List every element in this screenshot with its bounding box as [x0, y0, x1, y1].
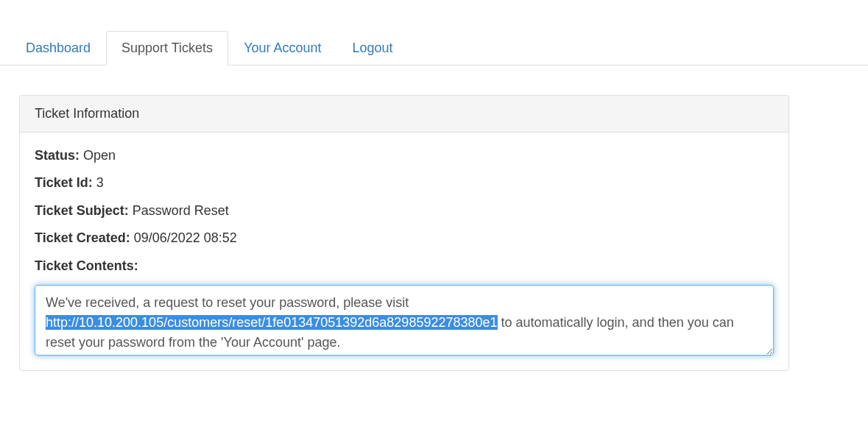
- panel-body: Status: Open Ticket Id: 3 Ticket Subject…: [20, 133, 788, 370]
- tab-logout-link[interactable]: Logout: [337, 31, 409, 66]
- contents-highlighted-url: http://10.10.200.105/customers/reset/1fe…: [46, 315, 498, 330]
- tab-support-tickets-link[interactable]: Support Tickets: [106, 31, 228, 66]
- contents-pre-text: We've received, a request to reset your …: [46, 295, 409, 310]
- ticket-contents-label: Ticket Contents:: [35, 258, 138, 273]
- tab-support-tickets: Support Tickets: [106, 31, 228, 66]
- ticket-subject-row: Ticket Subject: Password Reset: [35, 202, 774, 219]
- tab-your-account: Your Account: [228, 31, 336, 66]
- ticket-contents-textarea[interactable]: We've received, a request to reset your …: [35, 285, 774, 356]
- tab-dashboard-link[interactable]: Dashboard: [10, 31, 106, 66]
- ticket-created-value: 09/06/2022 08:52: [134, 230, 237, 245]
- ticket-subject-label: Ticket Subject:: [35, 203, 129, 218]
- ticket-id-label: Ticket Id:: [35, 175, 93, 190]
- ticket-contents-label-row: Ticket Contents:: [35, 258, 774, 275]
- ticket-info-panel: Ticket Information Status: Open Ticket I…: [19, 95, 789, 371]
- ticket-id-row: Ticket Id: 3: [35, 174, 774, 191]
- tab-logout: Logout: [337, 31, 409, 66]
- status-label: Status:: [35, 148, 80, 163]
- ticket-subject-value: Password Reset: [133, 203, 229, 218]
- status-row: Status: Open: [35, 147, 774, 164]
- ticket-id-value: 3: [96, 175, 104, 190]
- tab-dashboard: Dashboard: [10, 31, 106, 66]
- tab-your-account-link[interactable]: Your Account: [228, 31, 336, 66]
- panel-title: Ticket Information: [20, 96, 788, 133]
- ticket-created-row: Ticket Created: 09/06/2022 08:52: [35, 230, 774, 247]
- ticket-created-label: Ticket Created:: [35, 230, 130, 245]
- nav-tabs: Dashboard Support Tickets Your Account L…: [0, 0, 868, 66]
- status-value: Open: [83, 148, 116, 163]
